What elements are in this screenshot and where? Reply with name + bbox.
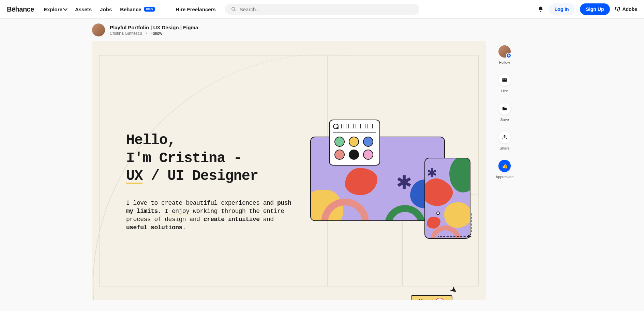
- sparkle-icon: ✱: [427, 167, 437, 179]
- folder-icon: [498, 103, 511, 115]
- nav-divider: [165, 5, 165, 13]
- sidebar-appreciate-label: Appreciate: [496, 175, 514, 179]
- search-bar[interactable]: [225, 4, 419, 15]
- color-swatches: [333, 137, 376, 160]
- project-action-sidebar: + Follow Hire Save Share 👍 Appr: [493, 41, 516, 300]
- svg-point-0: [231, 7, 235, 10]
- flow-arrow-icon: ➤: [467, 234, 471, 239]
- sidebar-hire-label: Hire: [501, 89, 508, 93]
- project-header: Playful Portfolio | UX Design | Figma Cr…: [0, 19, 644, 41]
- swatch-salmon: [334, 150, 345, 160]
- swatch-green: [334, 137, 345, 147]
- search-input[interactable]: [240, 6, 413, 12]
- top-nav-header: Bēhance Explore Assets Jobs Behance PRO …: [0, 0, 644, 19]
- svg-line-1: [234, 10, 235, 11]
- sidebar-appreciate[interactable]: 👍 Appreciate: [496, 160, 514, 179]
- nav-explore-label: Explore: [44, 6, 62, 12]
- swatch-pink: [363, 150, 373, 160]
- thumbs-up-icon: 👍: [498, 160, 511, 172]
- login-button[interactable]: Log In: [549, 3, 575, 15]
- share-icon: [498, 131, 511, 143]
- sidebar-hire[interactable]: Hire: [498, 74, 511, 93]
- nav-assets[interactable]: Assets: [75, 6, 92, 12]
- sparkle-icon: ✱: [396, 173, 412, 192]
- flow-dashed-line: [438, 213, 472, 237]
- adobe-link[interactable]: Adobe: [615, 6, 637, 12]
- swatch-yellow: [349, 137, 359, 147]
- project-info: Playful Portfolio | UX Design | Figma Cr…: [110, 25, 198, 36]
- sidebar-share-label: Share: [499, 146, 509, 150]
- pro-badge: PRO: [144, 7, 155, 12]
- plus-icon: +: [506, 53, 511, 58]
- follow-link[interactable]: Follow: [150, 31, 162, 36]
- sidebar-save[interactable]: Save: [498, 103, 511, 122]
- search-icon: [333, 124, 339, 129]
- nav-explore[interactable]: Explore: [44, 6, 67, 12]
- sidebar-avatar: +: [498, 45, 511, 58]
- swatch-blue: [363, 137, 373, 147]
- search-icon: [231, 6, 236, 12]
- author-avatar[interactable]: [92, 24, 105, 36]
- hero-line2: I'm Cristina -: [126, 150, 293, 168]
- behance-logo[interactable]: Bēhance: [7, 5, 34, 13]
- hero-title: Hello, I'm Cristina - UX / UI Designer: [126, 131, 293, 185]
- cursor-icon: ➤: [392, 296, 402, 300]
- primary-nav: Explore Assets Jobs Behance PRO Hire Fre…: [44, 5, 216, 13]
- cursor-icon: ➤: [448, 283, 460, 296]
- meta-separator: •: [146, 31, 147, 36]
- wavy-line-icon: [341, 124, 376, 128]
- sidebar-save-label: Save: [500, 118, 509, 122]
- project-meta: Cristina Gafitescu • Follow: [110, 31, 198, 36]
- nav-behance-pro[interactable]: Behance PRO: [120, 6, 155, 12]
- hero-line3: UX / UI Designer: [126, 167, 293, 185]
- swatch-black: [349, 150, 359, 160]
- sidebar-share[interactable]: Share: [498, 131, 511, 150]
- sidebar-follow-label: Follow: [499, 60, 510, 64]
- chip-about-me[interactable]: About Me: [411, 295, 452, 300]
- nav-hire-freelancers[interactable]: Hire Freelancers: [176, 6, 216, 12]
- author-name[interactable]: Cristina Gafitescu: [110, 31, 142, 36]
- project-canvas: Hello, I'm Cristina - UX / UI Designer I…: [92, 41, 486, 300]
- project-title: Playful Portfolio | UX Design | Figma: [110, 25, 198, 30]
- adobe-logo-icon: [615, 7, 620, 12]
- hero-body: I love to create beautiful experiences a…: [126, 199, 293, 232]
- ux-underlined: UX: [126, 170, 143, 184]
- nav-jobs[interactable]: Jobs: [100, 6, 112, 12]
- main-content: Hello, I'm Cristina - UX / UI Designer I…: [0, 41, 644, 300]
- signup-button[interactable]: Sign Up: [580, 3, 610, 15]
- hero-illustration: ✱ ✱: [310, 120, 470, 222]
- nav-behance-label: Behance: [120, 6, 141, 12]
- hero-line1: Hello,: [126, 131, 293, 150]
- envelope-icon: [498, 74, 511, 86]
- color-palette-card: [329, 120, 380, 166]
- sidebar-follow[interactable]: + Follow: [498, 45, 511, 64]
- notifications-icon[interactable]: [538, 6, 544, 12]
- hero-text: Hello, I'm Cristina - UX / UI Designer I…: [126, 131, 293, 232]
- adobe-label: Adobe: [622, 6, 637, 12]
- chevron-down-icon: [63, 6, 68, 11]
- header-right: Log In Sign Up Adobe: [538, 3, 637, 15]
